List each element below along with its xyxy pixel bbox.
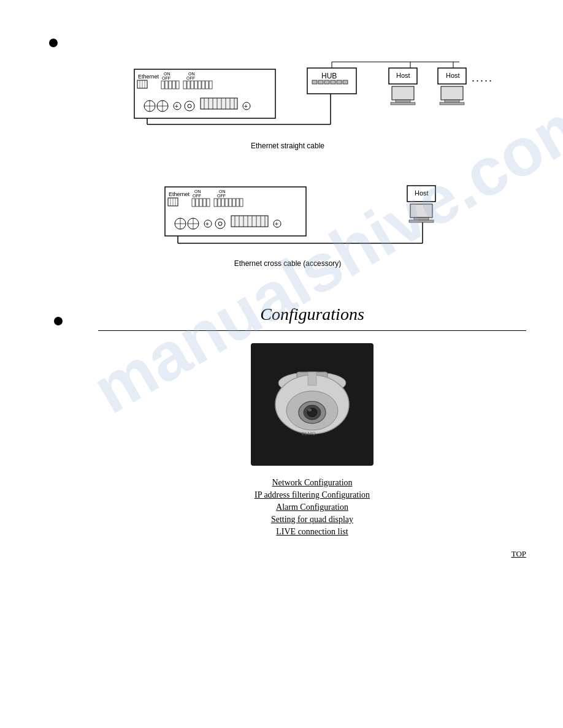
svg-rect-21 (205, 81, 209, 89)
svg-rect-83 (203, 199, 206, 207)
svg-text:Host: Host (415, 189, 429, 197)
svg-text:+: + (175, 103, 178, 110)
section2-left (37, 305, 86, 559)
bullet1 (49, 39, 58, 47)
svg-rect-123 (409, 220, 434, 222)
svg-rect-89 (221, 199, 224, 207)
link-live-connection[interactable]: LIVE connection list (276, 527, 348, 537)
svg-rect-22 (209, 81, 212, 89)
link-quad-display[interactable]: Setting for quad display (271, 515, 353, 525)
svg-rect-82 (199, 199, 202, 207)
camera-image: ELMO (251, 343, 373, 466)
svg-text:OFF: OFF (217, 194, 226, 198)
svg-rect-52 (331, 80, 335, 84)
svg-text:ELMO: ELMO (302, 431, 316, 436)
svg-rect-20 (202, 81, 205, 89)
svg-rect-63 (392, 86, 414, 100)
svg-rect-17 (191, 81, 194, 89)
link-alarm-config[interactable]: Alarm Configuration (276, 502, 348, 512)
svg-rect-105 (231, 216, 268, 227)
svg-text:Host: Host (396, 72, 410, 79)
section2: Configurations (37, 305, 526, 559)
svg-rect-88 (218, 199, 221, 207)
diagram1-svg: Ethernet ON OFF ON OFF (67, 57, 508, 137)
svg-rect-70 (440, 102, 464, 105)
config-divider (98, 330, 526, 331)
svg-rect-133 (308, 372, 316, 385)
svg-rect-80 (192, 199, 195, 207)
svg-text:Ethernet: Ethernet (169, 191, 190, 197)
svg-text:OFF: OFF (186, 76, 195, 80)
svg-rect-18 (194, 81, 197, 89)
section1: Ethernet ON OFF ON OFF (49, 37, 526, 268)
svg-point-104 (218, 222, 222, 226)
top-link[interactable]: TOP (511, 549, 526, 558)
svg-text:ON: ON (194, 189, 201, 194)
diagram1-container: Ethernet ON OFF ON OFF (49, 57, 526, 150)
svg-rect-84 (207, 199, 210, 207)
top-link-container: TOP (98, 549, 526, 559)
svg-text:OFF: OFF (162, 76, 170, 80)
svg-rect-92 (232, 199, 236, 207)
svg-rect-51 (324, 80, 329, 84)
camera-container: ELMO (98, 343, 526, 466)
svg-rect-91 (229, 199, 232, 207)
link-ip-address-config[interactable]: IP address filtering Configuration (255, 490, 370, 500)
svg-text:+: + (244, 103, 248, 110)
svg-rect-87 (214, 199, 217, 207)
svg-rect-94 (240, 199, 243, 207)
diagram2-container: Ethernet ON OFF ON OFF (49, 175, 526, 268)
bullet2 (54, 317, 63, 325)
svg-rect-9 (165, 81, 168, 89)
diagram1-caption: Ethernet straight cable (251, 142, 324, 150)
camera-svg: ELMO (254, 346, 370, 463)
svg-rect-8 (161, 81, 164, 89)
svg-text:+: + (205, 221, 209, 227)
svg-rect-54 (343, 80, 348, 84)
section2-right: Configurations (98, 305, 526, 559)
svg-text:Ethernet: Ethernet (138, 74, 159, 80)
svg-rect-10 (169, 81, 172, 89)
svg-rect-16 (187, 81, 190, 89)
svg-rect-90 (225, 199, 228, 207)
svg-rect-93 (236, 199, 239, 207)
svg-text:.....: ..... (472, 72, 493, 84)
svg-rect-15 (183, 81, 186, 89)
svg-rect-49 (312, 80, 317, 84)
svg-text:ON: ON (164, 72, 170, 76)
link-network-config[interactable]: Network Configuration (272, 478, 352, 488)
svg-rect-12 (176, 81, 179, 89)
config-links: Network Configuration IP address filteri… (98, 478, 526, 537)
svg-text:+: + (275, 221, 278, 227)
svg-rect-33 (201, 98, 237, 109)
svg-rect-65 (391, 102, 415, 105)
diagram2-svg: Ethernet ON OFF ON OFF (98, 175, 478, 254)
svg-text:ON: ON (219, 189, 226, 194)
svg-text:ON: ON (188, 72, 195, 76)
svg-point-131 (308, 409, 312, 412)
svg-text:OFF: OFF (193, 194, 201, 198)
svg-rect-121 (410, 204, 432, 218)
svg-rect-19 (198, 81, 201, 89)
svg-rect-50 (318, 80, 323, 84)
svg-rect-68 (441, 86, 463, 100)
svg-point-32 (188, 104, 191, 108)
svg-text:Host: Host (446, 72, 460, 79)
svg-rect-53 (337, 80, 342, 84)
svg-rect-81 (196, 199, 199, 207)
config-title: Configurations (98, 305, 526, 324)
diagram2-caption: Ethernet cross cable (accessory) (234, 259, 342, 268)
page: manualshive.com Ethernet ON OFF (0, 0, 563, 728)
svg-rect-11 (172, 81, 175, 89)
svg-text:HUB: HUB (321, 72, 337, 80)
